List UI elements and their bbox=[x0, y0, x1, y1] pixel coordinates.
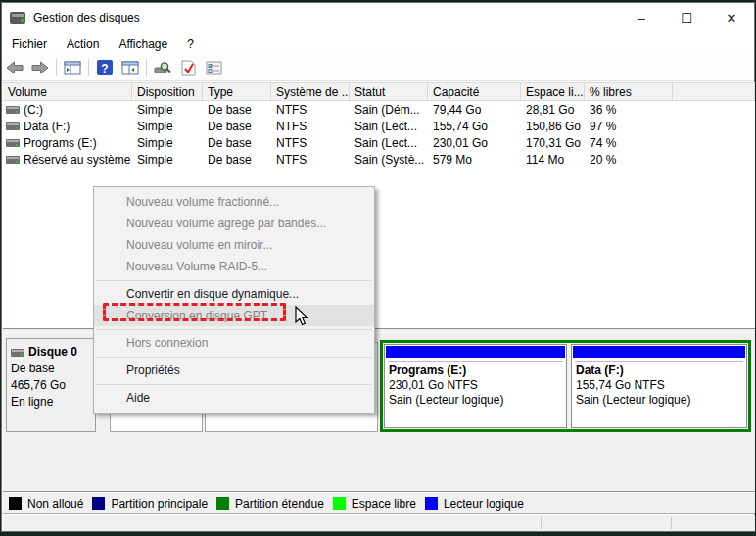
cell-type: De base bbox=[203, 153, 271, 167]
disk-inspect-icon[interactable] bbox=[150, 56, 175, 79]
cell-espace: 170,31 Go bbox=[521, 136, 585, 150]
legend-item: Lecteur logique bbox=[425, 497, 524, 511]
show-console-tree-icon[interactable] bbox=[60, 56, 85, 79]
partition-size: 230,01 Go NTFS bbox=[389, 378, 566, 393]
volume-icon bbox=[6, 106, 20, 114]
disk-name: Disque 0 bbox=[28, 344, 77, 361]
volume-name: Data (F:) bbox=[24, 120, 70, 133]
partition-programs[interactable]: Programs (E:) 230,01 Go NTFS Sain (Lecte… bbox=[384, 344, 567, 428]
legend-bar: Non alloué Partition principale Partitio… bbox=[3, 493, 755, 514]
menu-item-proprietes[interactable]: Propriétés bbox=[94, 360, 374, 381]
disk-icon bbox=[11, 349, 24, 357]
volume-icon bbox=[6, 122, 20, 130]
logical-drive-bar bbox=[573, 346, 745, 358]
menu-action[interactable]: Action bbox=[57, 34, 109, 54]
legend-swatch-unallocated bbox=[9, 497, 22, 510]
legend-label: Partition étendue bbox=[235, 497, 324, 511]
cell-disposition: Simple bbox=[132, 103, 203, 117]
menu-item-nouveau-volume-fractionne: Nouveau volume fractionné... bbox=[94, 191, 374, 213]
volume-name: Programs (E:) bbox=[24, 136, 97, 150]
legend-swatch-primary bbox=[92, 497, 105, 510]
legend-swatch-logical bbox=[425, 497, 438, 510]
table-row[interactable]: (C:) Simple De base NTFS Sain (Dém... 79… bbox=[3, 101, 755, 118]
show-action-pane-icon[interactable] bbox=[118, 56, 143, 79]
back-icon[interactable] bbox=[2, 56, 27, 79]
forward-icon[interactable] bbox=[27, 56, 53, 79]
cell-statut: Sain (Systè... bbox=[350, 153, 428, 167]
column-header-filler bbox=[673, 83, 755, 100]
help-icon[interactable]: ? bbox=[92, 56, 118, 79]
minimize-button[interactable]: – bbox=[619, 3, 664, 32]
cell-statut: Sain (Lect... bbox=[350, 136, 428, 150]
legend-swatch-free bbox=[333, 497, 346, 510]
toolbar-separator bbox=[146, 59, 147, 76]
table-row[interactable]: Programs (E:) Simple De base NTFS Sain (… bbox=[3, 134, 755, 151]
legend-item: Partition étendue bbox=[216, 497, 324, 511]
legend-label: Partition principale bbox=[111, 497, 208, 511]
cell-capacite: 579 Mo bbox=[428, 153, 521, 167]
legend-item: Espace libre bbox=[333, 497, 416, 511]
column-header-volume[interactable]: Volume bbox=[3, 83, 132, 100]
cell-pct: 36 % bbox=[585, 103, 673, 117]
maximize-button[interactable]: ☐ bbox=[664, 3, 709, 32]
svg-text:?: ? bbox=[101, 62, 108, 75]
disk-status: En ligne bbox=[11, 394, 95, 411]
cell-pct: 97 % bbox=[585, 120, 673, 133]
status-divider bbox=[541, 517, 542, 529]
column-header-capacite[interactable]: Capacité bbox=[428, 83, 521, 100]
mouse-cursor-icon bbox=[295, 306, 310, 327]
legend-swatch-extended bbox=[216, 497, 229, 510]
toolbar: ? bbox=[2, 55, 754, 81]
task-list-icon[interactable] bbox=[201, 56, 226, 79]
volume-icon bbox=[6, 139, 20, 147]
disk-context-menu: Nouveau volume fractionné... Nouveau vol… bbox=[93, 186, 375, 414]
column-header-pct-libres[interactable]: % libres bbox=[585, 83, 673, 100]
legend-label: Espace libre bbox=[352, 497, 416, 511]
legend-item: Non alloué bbox=[9, 497, 83, 511]
check-disk-icon[interactable] bbox=[175, 56, 201, 79]
cell-fs: NTFS bbox=[271, 153, 350, 167]
column-header-statut[interactable]: Statut bbox=[350, 83, 428, 100]
toolbar-separator bbox=[56, 59, 57, 76]
partition-status: Sain (Lecteur logique) bbox=[576, 393, 746, 408]
partition-name: Data (F:) bbox=[576, 364, 746, 378]
cell-fs: NTFS bbox=[271, 103, 350, 117]
partition-status: Sain (Lecteur logique) bbox=[389, 393, 566, 408]
cell-disposition: Simple bbox=[132, 136, 203, 150]
column-header-disposition[interactable]: Disposition bbox=[132, 83, 203, 100]
column-header-filesystem[interactable]: Système de ... bbox=[271, 83, 350, 100]
disk-size: 465,76 Go bbox=[11, 377, 95, 394]
cell-fs: NTFS bbox=[271, 136, 350, 150]
menu-affichage[interactable]: Affichage bbox=[109, 34, 177, 54]
column-header-type[interactable]: Type bbox=[203, 83, 271, 100]
cell-capacite: 230,01 Go bbox=[428, 136, 521, 150]
window-title: Gestion des disques bbox=[33, 11, 140, 24]
cell-espace: 28,81 Go bbox=[521, 103, 585, 117]
menu-item-convertir-disque-dynamique[interactable]: Convertir en disque dynamique... bbox=[94, 283, 374, 305]
volume-list-header: Volume Disposition Type Système de ... S… bbox=[3, 82, 755, 101]
menu-separator bbox=[96, 280, 372, 281]
titlebar: Gestion des disques – ☐ ✕ bbox=[2, 3, 754, 32]
disk0-header[interactable]: Disque 0 De base 465,76 Go En ligne bbox=[6, 338, 96, 432]
menu-item-hors-connexion: Hors connexion bbox=[94, 332, 374, 354]
cell-espace: 150,86 Go bbox=[521, 120, 585, 133]
close-button[interactable]: ✕ bbox=[709, 3, 754, 32]
menu-separator bbox=[96, 329, 372, 330]
menu-help[interactable]: ? bbox=[177, 34, 204, 54]
table-row[interactable]: Réservé au système Simple De base NTFS S… bbox=[3, 151, 755, 168]
cell-statut: Sain (Lect... bbox=[350, 120, 428, 133]
table-row[interactable]: Data (F:) Simple De base NTFS Sain (Lect… bbox=[3, 118, 755, 134]
cell-pct: 74 % bbox=[585, 136, 673, 150]
partition-data[interactable]: Data (F:) 155,74 Go NTFS Sain (Lecteur l… bbox=[571, 344, 747, 428]
partition-name: Programs (E:) bbox=[389, 364, 566, 378]
disk-drive-icon bbox=[10, 12, 25, 24]
cell-statut: Sain (Dém... bbox=[350, 103, 428, 117]
legend-item: Partition principale bbox=[92, 497, 208, 511]
column-header-espace[interactable]: Espace li... bbox=[521, 83, 585, 100]
extended-partition: Programs (E:) 230,01 Go NTFS Sain (Lecte… bbox=[380, 340, 751, 432]
cell-pct: 20 % bbox=[585, 153, 673, 167]
menu-fichier[interactable]: Fichier bbox=[2, 34, 57, 54]
cell-capacite: 79,44 Go bbox=[428, 103, 521, 117]
disk-management-window: Gestion des disques – ☐ ✕ Fichier Action… bbox=[1, 2, 755, 532]
menu-item-aide[interactable]: Aide bbox=[94, 387, 374, 409]
